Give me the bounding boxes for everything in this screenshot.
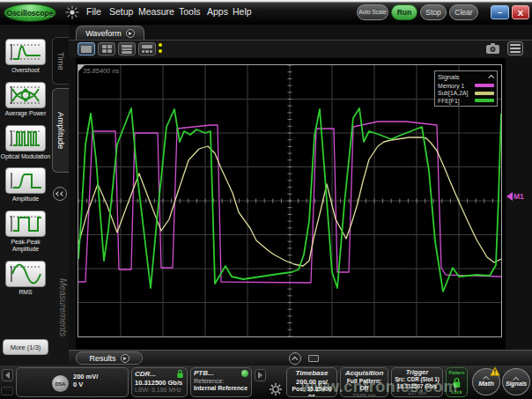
measurements-sidebar: Overshoot Average Power xyxy=(0,25,69,366)
timebase-panel[interactable]: Timebase 200.00 ps/ Pos: 35.85400 ns xyxy=(286,367,337,397)
camera-icon[interactable] xyxy=(485,42,500,55)
sidebar-tab-time[interactable]: Time xyxy=(52,37,69,85)
legend-swatch-ffe xyxy=(475,99,494,102)
minimize-button[interactable]: – xyxy=(491,5,509,19)
dsa-badge: DSA xyxy=(52,375,69,392)
overshoot-icon xyxy=(5,39,46,65)
tab-waveform[interactable]: Waveform xyxy=(76,26,144,40)
ptb-reference-value: Internal Reference xyxy=(194,385,248,393)
scroll-right-button[interactable] xyxy=(255,369,266,381)
clear-button[interactable]: Clear xyxy=(449,4,478,20)
acquisition-pattern: Full Pattern: Off xyxy=(344,378,385,393)
legend-entry[interactable]: Sub[1A,2A] xyxy=(438,90,494,96)
channel-panel[interactable]: DSA 200 mV/ 0 V xyxy=(16,367,129,397)
legend-entry[interactable]: Memory 1 xyxy=(438,83,494,89)
chevron-up-icon xyxy=(292,356,298,362)
measurement-rms[interactable]: RMS xyxy=(0,261,51,296)
pattern-lock-top-label: Pattern xyxy=(449,370,465,375)
trigger-rate: 10.312507 Gb/s xyxy=(395,383,440,390)
scroll-left-button[interactable] xyxy=(2,369,13,381)
menu-tools[interactable]: Tools xyxy=(179,6,201,17)
top-menu-bar: Oscilloscope File Setup Measure Tools Ap… xyxy=(0,0,532,25)
measurement-peak-peak-amplitude[interactable]: Peak-Peak Amplitude xyxy=(0,211,51,253)
pattern-lock-bottom-label: Lock xyxy=(451,389,462,395)
sidebar-tab-amplitude[interactable]: Amplitude xyxy=(52,88,69,173)
status-green-dot xyxy=(241,370,248,377)
triangle-left-icon xyxy=(5,372,10,379)
layout-quad-button[interactable] xyxy=(98,42,115,55)
timebase-title: Timebase xyxy=(290,369,334,378)
signals-button[interactable]: Signals xyxy=(502,368,530,395)
results-collapse-button[interactable] xyxy=(289,352,301,365)
acquisition-panel[interactable]: Acquisition Full Pattern: Off 2345 pts xyxy=(340,367,388,397)
results-tab-menu-icon[interactable] xyxy=(121,354,129,363)
menu-setup[interactable]: Setup xyxy=(109,6,133,17)
channel-offset: 0 V xyxy=(73,381,98,388)
measurement-amplitude[interactable]: Amplitude xyxy=(0,167,51,203)
measurement-label: Amplitude xyxy=(0,196,51,203)
menu-help[interactable]: Help xyxy=(233,6,252,17)
legend-entry-label: Memory 1 xyxy=(438,83,464,89)
waveform-panel: Waveform xyxy=(69,25,532,366)
measurement-average-power[interactable]: Average Power xyxy=(0,82,51,117)
plot-menu-icon[interactable] xyxy=(507,41,523,55)
legend-entry-label: FFE[F1] xyxy=(438,98,460,104)
menu-measure[interactable]: Measure xyxy=(138,6,174,17)
legend-entry[interactable]: FFE[F1] xyxy=(438,98,494,104)
timebase-scale: 200.00 ps/ xyxy=(290,378,334,386)
waveform-plot-area[interactable]: 35.85400 ns Signals Memory 1 Sub[1A,2A] xyxy=(76,58,506,351)
measurement-overshoot[interactable]: Overshoot xyxy=(0,39,51,74)
results-window-icon[interactable] xyxy=(308,355,319,362)
measurement-label: Average Power xyxy=(0,110,51,117)
chevron-left-icon xyxy=(60,191,65,196)
peak-peak-amplitude-icon xyxy=(5,211,46,237)
marker-m1[interactable]: M1 xyxy=(506,192,524,201)
acquisition-title: Acquisition xyxy=(344,369,385,378)
menu-apps[interactable]: Apps xyxy=(207,6,228,17)
keyboard-icon[interactable]: ·········· xyxy=(1,387,13,395)
tab-results[interactable]: Results xyxy=(76,351,143,365)
legend-entry-label: Sub[1A,2A] xyxy=(438,90,468,96)
ptb-panel[interactable]: PTB... Reference: Internal Reference xyxy=(190,367,252,397)
trigger-bits: 127 bits xyxy=(395,390,440,396)
menu-file[interactable]: File xyxy=(86,6,101,17)
gear-icon[interactable] xyxy=(269,382,283,396)
layout-mixed-button[interactable] xyxy=(138,42,156,55)
waveform-tab-label: Waveform xyxy=(85,29,122,38)
measurement-label: Peak-Peak Amplitude xyxy=(0,239,51,253)
lock-icon xyxy=(176,369,184,379)
results-tab-label: Results xyxy=(89,354,115,363)
layout-single-button[interactable] xyxy=(78,42,95,55)
trigger-panel[interactable]: Trigger Src: CDR (Slot 1) 10.312507 Gb/s… xyxy=(391,367,443,397)
more-measurements-button[interactable]: More (1/3) xyxy=(3,339,48,355)
pattern-lock-panel[interactable]: Pattern Lock xyxy=(446,367,468,397)
toolbar-indicator-dots xyxy=(159,43,162,53)
sidebar-tabstrip: Time Amplitude Measurements xyxy=(51,25,69,366)
cdr-lbw: LBW: 6.186 MHz xyxy=(135,387,184,394)
legend-title: Signals xyxy=(438,73,460,81)
sidebar-collapse-button[interactable] xyxy=(53,187,67,201)
average-power-icon xyxy=(5,82,46,108)
marker-label: M1 xyxy=(514,192,524,201)
layout-rows-button[interactable] xyxy=(118,42,136,55)
auto-scale-button[interactable]: Auto Scale xyxy=(357,4,388,20)
measurements-panel-label: Measurements xyxy=(58,278,68,336)
trigger-title: Trigger xyxy=(395,368,440,376)
measurement-optical-modulation[interactable]: Optical Modulation xyxy=(0,125,51,160)
settings-sun-icon[interactable] xyxy=(65,5,79,19)
stop-button[interactable]: Stop xyxy=(420,4,447,20)
trigger-source: Src: CDR (Slot 1) xyxy=(395,376,440,383)
optical-modulation-icon xyxy=(5,125,46,151)
triangle-right-icon xyxy=(258,372,262,379)
warning-icon xyxy=(490,366,500,376)
pattern-lock-icon xyxy=(452,377,462,388)
timebase-position: Pos: 35.85400 ns xyxy=(290,386,334,397)
run-button[interactable]: Run xyxy=(391,4,417,20)
close-button[interactable]: X xyxy=(512,5,529,19)
cdr-panel[interactable]: CDR... 10.312500 Gb/s LBW: 6.186 MHz xyxy=(131,367,188,397)
waveform-tab-menu-icon[interactable] xyxy=(126,29,135,38)
status-bar: ·········· DSA 200 mV/ 0 V CDR... 10.312… xyxy=(0,366,532,399)
legend-collapse-icon[interactable] xyxy=(488,75,494,81)
measurement-label: RMS xyxy=(0,289,51,296)
legend-swatch-sub xyxy=(475,92,494,95)
